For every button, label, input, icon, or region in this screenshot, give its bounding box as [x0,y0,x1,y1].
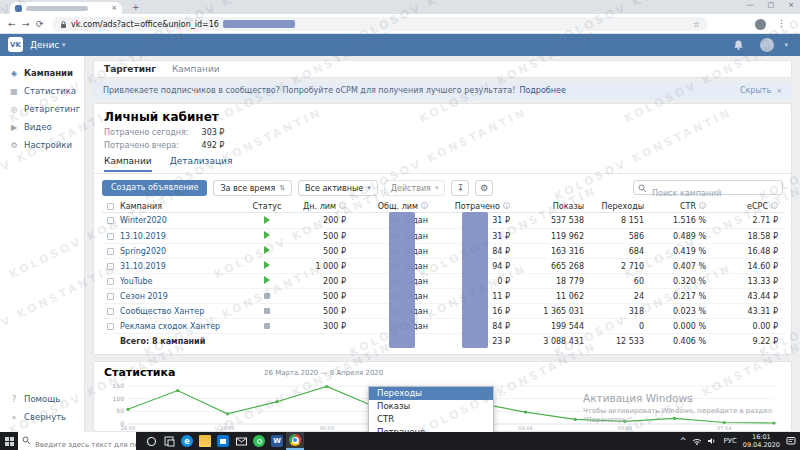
row-checkbox[interactable] [107,293,114,300]
back-icon[interactable]: ← [8,18,16,30]
column-header-impressions[interactable]: Показы [516,202,590,211]
daily-limit-value[interactable]: 500 ₽ [290,232,352,241]
export-button[interactable]: ↧ [451,180,469,196]
start-button[interactable] [0,432,18,450]
chart-metric-option[interactable]: Переходы [369,387,493,400]
store-button[interactable] [214,432,232,450]
word-button[interactable]: W [268,432,286,450]
daily-limit-value[interactable]: 500 ₽ [290,307,352,316]
daily-limit-value[interactable]: 200 ₽ [290,277,352,286]
chrome-button[interactable] [286,432,304,450]
new-tab-icon[interactable]: + [132,2,140,12]
account-name[interactable]: Денис [30,40,59,50]
row-checkbox[interactable] [107,308,114,315]
mail-button[interactable] [232,432,250,450]
filter-dropdown[interactable]: Все активные ▾ [298,180,378,196]
campaign-name-link[interactable]: Реклама сходок Хантер [120,322,220,331]
banner-close-icon[interactable]: × [776,87,782,95]
column-header-spent[interactable]: Потраченоi [434,202,516,211]
vk-logo[interactable]: VK [8,37,23,52]
daily-limit-value[interactable]: 500 ₽ [290,247,352,256]
row-checkbox[interactable] [107,323,114,330]
whatsapp-button[interactable] [250,432,268,450]
campaign-search-input[interactable] [634,187,782,200]
sidebar-item-statistics[interactable]: ▦Статистика [0,82,84,100]
window-maximize-icon[interactable]: ▢ [768,1,775,9]
sidebar-item-collapse[interactable]: «Свернуть [0,408,84,426]
forward-icon[interactable]: → [22,18,30,30]
breadcrumb-section[interactable]: Таргетинг [104,64,156,74]
window-minimize-icon[interactable]: — [747,1,754,9]
tab-details[interactable]: Детализация [170,156,233,172]
sidebar-item-campaigns[interactable]: ◈Кампании [0,64,84,82]
taskbar-search-input[interactable] [18,436,136,450]
row-checkbox[interactable] [107,248,114,255]
campaign-name-link[interactable]: 31.10.2019 [120,262,166,271]
clock[interactable]: 16:01 09.04.2020 [743,433,780,449]
action-center-icon[interactable] [786,436,796,446]
column-header-ecpc[interactable]: eCPCi [712,202,784,211]
campaign-name-link[interactable]: 13.10.2019 [120,232,166,241]
user-menu-caret-icon[interactable]: ▾ [784,41,788,49]
campaign-name-link[interactable]: Сезон 2019 [120,292,168,301]
column-header-total[interactable]: Общ. лимi [352,202,434,211]
notifications-bell-icon[interactable] [733,39,744,51]
actions-dropdown[interactable]: Действия ▾ [384,180,446,196]
browser-tab[interactable]: × [10,2,122,14]
daily-limit-value[interactable]: 500 ₽ [290,292,352,301]
search-icon [638,184,647,193]
column-header-clicks[interactable]: Переходы [590,202,650,211]
banner-hide-link[interactable]: Скрыть [740,86,771,95]
ecpc-value: 43.31 ₽ [712,307,784,316]
tray-chevron-icon[interactable]: ^ [680,437,687,446]
campaign-name-link[interactable]: Сообщество Хантер [120,307,204,316]
chart-date-range[interactable]: 26 Марта 2020 — 8 Апреля 2020 [264,369,383,377]
row-checkbox[interactable] [107,263,114,270]
column-header-label: Общ. лим [378,202,418,211]
row-checkbox[interactable] [107,278,114,285]
edge-button[interactable]: e [178,432,196,450]
table-row: 13.10.2019500 ₽не задан31 ₽119 9625860.4… [102,228,785,243]
create-ad-button[interactable]: Создать объявление [102,180,207,196]
campaign-name-link[interactable]: Winter2020 [120,216,167,225]
campaigns-table: Winter2020200 ₽не задан31 ₽537 5388 1511… [102,213,785,349]
user-avatar[interactable] [760,38,774,52]
sidebar-item-help[interactable]: ?Помощь [0,390,84,408]
url-field[interactable]: vk.com/ads?act=office&union_id=16 ☆ [52,17,708,31]
ecpc-value: 2.71 ₽ [712,216,784,225]
campaign-name-link[interactable]: Spring2020 [120,247,166,256]
bookmark-star-icon[interactable]: ☆ [693,20,700,29]
table-settings-button[interactable]: ⚙ [475,180,493,196]
campaign-name-link[interactable]: YouTube [120,277,153,286]
period-dropdown[interactable]: За все время ⇅ [213,180,292,196]
row-checkbox[interactable] [107,217,114,224]
browser-profile-avatar[interactable] [755,19,766,30]
select-all-checkbox[interactable] [107,203,114,210]
cortana-button[interactable] [142,432,160,450]
chart-metric-option[interactable]: CTR [369,413,493,426]
sidebar-item-video[interactable]: ▶Видео [0,118,84,136]
daily-limit-value[interactable]: 1 000 ₽ [290,262,352,271]
column-header-name[interactable]: Кампания [118,202,244,211]
column-header-status[interactable]: Статус [244,202,290,211]
window-close-icon[interactable]: × [788,1,794,9]
sidebar-item-retargeting[interactable]: ◎Ретаргетинг [0,100,84,118]
column-header-ctr[interactable]: CTRi [650,202,712,211]
explorer-button[interactable] [196,432,214,450]
sidebar-item-settings[interactable]: ⚙Настройки [0,136,84,154]
banner-more-link[interactable]: Подробнее [519,86,565,95]
chart-metric-option[interactable]: Показы [369,400,493,413]
tab-close-icon[interactable]: × [111,5,117,12]
tab-campaigns[interactable]: Кампании [104,156,152,172]
row-checkbox[interactable] [107,233,114,240]
reload-icon[interactable]: ⟳ [36,18,44,30]
language-indicator[interactable]: РУС [723,437,736,445]
browser-menu-icon[interactable]: ⋮ [777,18,786,28]
breadcrumb-current[interactable]: Кампании [172,64,220,74]
daily-limit-value[interactable]: 300 ₽ [290,322,352,331]
daily-limit-value[interactable]: 200 ₽ [290,216,352,225]
volume-icon[interactable] [708,437,717,445]
task-view-button[interactable] [160,432,178,450]
column-header-daily[interactable]: Дн. лимi [290,202,352,211]
wifi-icon[interactable] [692,437,702,445]
